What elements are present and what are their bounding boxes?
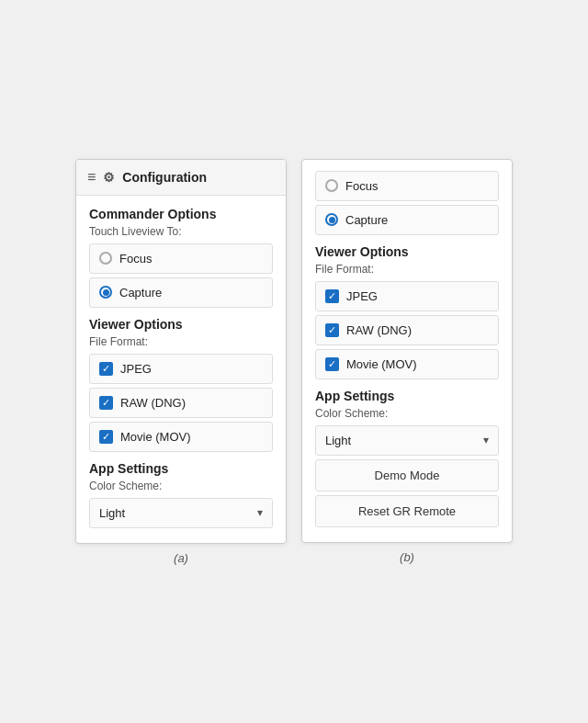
file-format-label-b: File Format: (315, 263, 499, 276)
reset-gr-remote-button[interactable]: Reset GR Remote (315, 495, 499, 527)
color-scheme-value-b: Light (325, 434, 351, 447)
raw-label-a: RAW (DNG) (120, 396, 186, 410)
panel-b: Focus Capture Viewer Options File Format… (301, 159, 513, 543)
movie-checkbox-a[interactable] (99, 430, 113, 444)
panel-a-header: ≡ ⚙ Configuration (76, 160, 286, 196)
touch-liveview-label: Touch Liveview To: (89, 225, 273, 238)
jpeg-label-a: JPEG (120, 362, 152, 376)
file-format-label-a: File Format: (89, 335, 273, 348)
color-scheme-label-a: Color Scheme: (89, 480, 273, 492)
raw-option-a[interactable]: RAW (DNG) (89, 388, 273, 418)
movie-option-b[interactable]: Movie (MOV) (315, 349, 499, 379)
caption-b: (b) (400, 550, 414, 564)
raw-label-b: RAW (DNG) (346, 323, 412, 337)
panel-a-title: Configuration (122, 170, 207, 185)
focus-option-b[interactable]: Focus (315, 171, 499, 201)
capture-option-a[interactable]: Capture (89, 277, 273, 308)
viewer-options-title-b: Viewer Options (315, 244, 499, 259)
focus-label-a: Focus (119, 252, 152, 265)
gear-icon: ⚙ (103, 170, 115, 185)
jpeg-label-b: JPEG (346, 289, 378, 303)
hamburger-icon[interactable]: ≡ (87, 169, 96, 186)
focus-radio-a[interactable] (99, 252, 112, 265)
focus-option-a[interactable]: Focus (89, 243, 273, 274)
color-scheme-label-b: Color Scheme: (315, 407, 499, 420)
focus-label-b: Focus (345, 179, 378, 193)
panel-a-body: Commander Options Touch Liveview To: Foc… (76, 196, 286, 543)
app-settings-title-b: App Settings (315, 389, 499, 403)
chevron-down-icon-b: ▾ (483, 434, 489, 446)
movie-option-a[interactable]: Movie (MOV) (89, 422, 273, 452)
commander-options-title: Commander Options (89, 207, 273, 221)
viewer-options-title-a: Viewer Options (89, 317, 273, 332)
raw-checkbox-a[interactable] (99, 396, 113, 410)
jpeg-option-b[interactable]: JPEG (315, 281, 499, 311)
jpeg-option-a[interactable]: JPEG (89, 354, 273, 384)
color-scheme-value-a: Light (99, 506, 125, 520)
panel-a: ≡ ⚙ Configuration Commander Options Touc… (75, 159, 287, 544)
movie-checkbox-b[interactable] (325, 357, 339, 371)
capture-radio-a[interactable] (99, 286, 112, 299)
color-scheme-dropdown-b[interactable]: Light ▾ (315, 425, 499, 456)
capture-label-b: Capture (345, 213, 388, 227)
color-scheme-dropdown-a[interactable]: Light ▾ (89, 498, 273, 528)
panel-b-body: Focus Capture Viewer Options File Format… (302, 160, 512, 542)
focus-radio-b[interactable] (325, 179, 338, 192)
capture-option-b[interactable]: Capture (315, 205, 499, 235)
app-settings-title-a: App Settings (89, 461, 273, 476)
demo-mode-button[interactable]: Demo Mode (315, 459, 499, 491)
capture-radio-b[interactable] (325, 213, 338, 226)
raw-option-b[interactable]: RAW (DNG) (315, 315, 499, 345)
raw-checkbox-b[interactable] (325, 323, 339, 337)
jpeg-checkbox-a[interactable] (99, 362, 113, 376)
capture-label-a: Capture (119, 286, 162, 299)
caption-a: (a) (174, 551, 188, 565)
movie-label-a: Movie (MOV) (120, 430, 191, 444)
chevron-down-icon-a: ▾ (257, 506, 263, 519)
movie-label-b: Movie (MOV) (346, 357, 417, 371)
jpeg-checkbox-b[interactable] (325, 289, 339, 303)
